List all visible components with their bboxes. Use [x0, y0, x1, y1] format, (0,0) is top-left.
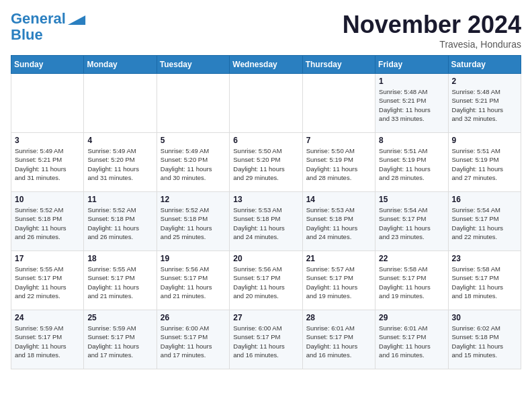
- day-number: 8: [379, 136, 444, 145]
- day-number: 3: [15, 136, 80, 145]
- logo-text: GeneralBlue: [11, 11, 66, 43]
- calendar-cell: 12Sunrise: 5:52 AM Sunset: 5:18 PM Dayli…: [157, 192, 229, 251]
- calendar-cell: [302, 74, 375, 133]
- calendar-cell: 30Sunrise: 6:02 AM Sunset: 5:18 PM Dayli…: [448, 310, 521, 369]
- day-info: Sunrise: 5:58 AM Sunset: 5:17 PM Dayligh…: [452, 265, 504, 300]
- calendar-cell: 28Sunrise: 6:01 AM Sunset: 5:17 PM Dayli…: [302, 310, 375, 369]
- calendar-cell: 2Sunrise: 5:48 AM Sunset: 5:21 PM Daylig…: [448, 74, 521, 133]
- logo: GeneralBlue: [11, 11, 86, 43]
- day-info: Sunrise: 5:50 AM Sunset: 5:19 PM Dayligh…: [306, 147, 358, 181]
- day-number: 26: [161, 313, 226, 322]
- page-header: GeneralBlue November 2024 Travesia, Hond…: [11, 11, 521, 50]
- day-info: Sunrise: 5:54 AM Sunset: 5:17 PM Dayligh…: [379, 206, 431, 240]
- calendar-cell: 17Sunrise: 5:55 AM Sunset: 5:17 PM Dayli…: [11, 251, 84, 310]
- day-number: 14: [306, 195, 371, 204]
- calendar-cell: 25Sunrise: 5:59 AM Sunset: 5:17 PM Dayli…: [84, 310, 157, 369]
- day-info: Sunrise: 6:02 AM Sunset: 5:18 PM Dayligh…: [452, 324, 504, 359]
- month-title: November 2024: [343, 11, 521, 39]
- day-number: 6: [233, 136, 298, 145]
- weekday-header: Friday: [375, 56, 448, 74]
- calendar-cell: 29Sunrise: 6:01 AM Sunset: 5:17 PM Dayli…: [375, 310, 448, 369]
- title-block: November 2024 Travesia, Honduras: [343, 11, 521, 50]
- day-number: 4: [87, 136, 152, 145]
- calendar-cell: [230, 74, 302, 133]
- day-info: Sunrise: 5:59 AM Sunset: 5:17 PM Dayligh…: [15, 324, 66, 359]
- calendar-cell: [157, 74, 229, 133]
- day-number: 19: [161, 254, 226, 263]
- calendar-cell: 5Sunrise: 5:49 AM Sunset: 5:20 PM Daylig…: [157, 133, 229, 192]
- day-number: 24: [15, 313, 80, 322]
- day-number: 15: [379, 195, 444, 204]
- day-info: Sunrise: 5:52 AM Sunset: 5:18 PM Dayligh…: [161, 206, 212, 240]
- calendar-cell: [11, 74, 84, 133]
- calendar-cell: 23Sunrise: 5:58 AM Sunset: 5:17 PM Dayli…: [448, 251, 521, 310]
- day-info: Sunrise: 5:53 AM Sunset: 5:18 PM Dayligh…: [233, 206, 285, 240]
- calendar-cell: 18Sunrise: 5:55 AM Sunset: 5:17 PM Dayli…: [84, 251, 157, 310]
- day-number: 7: [306, 136, 371, 145]
- calendar-week-row: 10Sunrise: 5:52 AM Sunset: 5:18 PM Dayli…: [11, 192, 521, 251]
- calendar-cell: 8Sunrise: 5:51 AM Sunset: 5:19 PM Daylig…: [375, 133, 448, 192]
- weekday-header: Tuesday: [157, 56, 229, 74]
- day-info: Sunrise: 5:57 AM Sunset: 5:17 PM Dayligh…: [306, 265, 358, 300]
- calendar-cell: 4Sunrise: 5:49 AM Sunset: 5:20 PM Daylig…: [84, 133, 157, 192]
- day-number: 11: [87, 195, 152, 204]
- calendar-cell: 16Sunrise: 5:54 AM Sunset: 5:17 PM Dayli…: [448, 192, 521, 251]
- day-number: 5: [161, 136, 226, 145]
- day-number: 25: [87, 313, 152, 322]
- calendar-cell: 13Sunrise: 5:53 AM Sunset: 5:18 PM Dayli…: [230, 192, 302, 251]
- day-number: 17: [15, 254, 80, 263]
- calendar-cell: 21Sunrise: 5:57 AM Sunset: 5:17 PM Dayli…: [302, 251, 375, 310]
- calendar-week-row: 17Sunrise: 5:55 AM Sunset: 5:17 PM Dayli…: [11, 251, 521, 310]
- day-number: 12: [161, 195, 226, 204]
- calendar-cell: 26Sunrise: 6:00 AM Sunset: 5:17 PM Dayli…: [157, 310, 229, 369]
- svg-marker-0: [68, 15, 85, 25]
- calendar-cell: 15Sunrise: 5:54 AM Sunset: 5:17 PM Dayli…: [375, 192, 448, 251]
- day-number: 28: [306, 313, 371, 322]
- day-number: 20: [233, 254, 298, 263]
- day-info: Sunrise: 5:59 AM Sunset: 5:17 PM Dayligh…: [87, 324, 139, 359]
- day-info: Sunrise: 5:56 AM Sunset: 5:17 PM Dayligh…: [233, 265, 285, 300]
- day-number: 2: [452, 77, 517, 86]
- day-info: Sunrise: 5:53 AM Sunset: 5:18 PM Dayligh…: [306, 206, 358, 240]
- day-number: 27: [233, 313, 298, 322]
- calendar-table: SundayMondayTuesdayWednesdayThursdayFrid…: [11, 55, 521, 369]
- logo-icon: [67, 15, 86, 25]
- day-info: Sunrise: 5:49 AM Sunset: 5:20 PM Dayligh…: [87, 147, 139, 181]
- calendar-week-row: 3Sunrise: 5:49 AM Sunset: 5:21 PM Daylig…: [11, 133, 521, 192]
- day-info: Sunrise: 5:49 AM Sunset: 5:20 PM Dayligh…: [161, 147, 212, 181]
- calendar-cell: 11Sunrise: 5:52 AM Sunset: 5:18 PM Dayli…: [84, 192, 157, 251]
- weekday-header: Monday: [84, 56, 157, 74]
- calendar-cell: 10Sunrise: 5:52 AM Sunset: 5:18 PM Dayli…: [11, 192, 84, 251]
- calendar-cell: 1Sunrise: 5:48 AM Sunset: 5:21 PM Daylig…: [375, 74, 448, 133]
- calendar-cell: 19Sunrise: 5:56 AM Sunset: 5:17 PM Dayli…: [157, 251, 229, 310]
- calendar-cell: 6Sunrise: 5:50 AM Sunset: 5:20 PM Daylig…: [230, 133, 302, 192]
- day-info: Sunrise: 5:49 AM Sunset: 5:21 PM Dayligh…: [15, 147, 66, 181]
- calendar-body: 1Sunrise: 5:48 AM Sunset: 5:21 PM Daylig…: [11, 74, 521, 369]
- calendar-cell: 24Sunrise: 5:59 AM Sunset: 5:17 PM Dayli…: [11, 310, 84, 369]
- weekday-header: Thursday: [302, 56, 375, 74]
- day-info: Sunrise: 5:54 AM Sunset: 5:17 PM Dayligh…: [452, 206, 504, 240]
- day-number: 23: [452, 254, 517, 263]
- day-info: Sunrise: 6:01 AM Sunset: 5:17 PM Dayligh…: [379, 324, 431, 359]
- day-info: Sunrise: 5:55 AM Sunset: 5:17 PM Dayligh…: [87, 265, 139, 300]
- day-info: Sunrise: 6:01 AM Sunset: 5:17 PM Dayligh…: [306, 324, 358, 359]
- day-number: 30: [452, 313, 517, 322]
- day-number: 16: [452, 195, 517, 204]
- calendar-cell: 9Sunrise: 5:51 AM Sunset: 5:19 PM Daylig…: [448, 133, 521, 192]
- day-number: 22: [379, 254, 444, 263]
- day-info: Sunrise: 6:00 AM Sunset: 5:17 PM Dayligh…: [233, 324, 285, 359]
- calendar-cell: 14Sunrise: 5:53 AM Sunset: 5:18 PM Dayli…: [302, 192, 375, 251]
- day-number: 9: [452, 136, 517, 145]
- day-number: 13: [233, 195, 298, 204]
- calendar-cell: 7Sunrise: 5:50 AM Sunset: 5:19 PM Daylig…: [302, 133, 375, 192]
- day-info: Sunrise: 5:48 AM Sunset: 5:21 PM Dayligh…: [379, 88, 431, 122]
- calendar-cell: 3Sunrise: 5:49 AM Sunset: 5:21 PM Daylig…: [11, 133, 84, 192]
- day-info: Sunrise: 5:51 AM Sunset: 5:19 PM Dayligh…: [379, 147, 431, 181]
- day-number: 1: [379, 77, 444, 86]
- weekday-header: Saturday: [448, 56, 521, 74]
- calendar-cell: 22Sunrise: 5:58 AM Sunset: 5:17 PM Dayli…: [375, 251, 448, 310]
- day-info: Sunrise: 5:48 AM Sunset: 5:21 PM Dayligh…: [452, 88, 504, 122]
- day-number: 29: [379, 313, 444, 322]
- day-info: Sunrise: 5:55 AM Sunset: 5:17 PM Dayligh…: [15, 265, 66, 300]
- day-info: Sunrise: 5:51 AM Sunset: 5:19 PM Dayligh…: [452, 147, 504, 181]
